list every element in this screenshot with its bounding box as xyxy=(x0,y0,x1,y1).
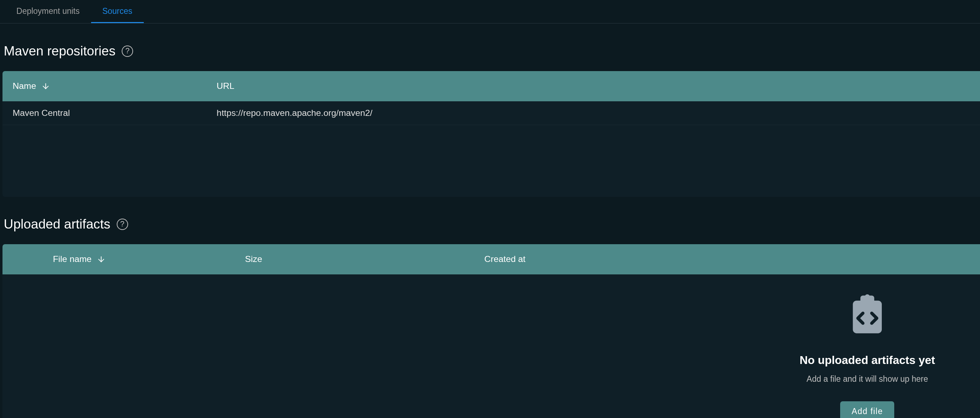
repositories-header: Maven repositories ? Add repository xyxy=(3,41,980,61)
empty-state: No uploaded artifacts yet Add a file and… xyxy=(3,274,980,418)
sort-down-icon xyxy=(97,255,106,264)
help-icon[interactable]: ? xyxy=(117,218,128,230)
repositories-title: Maven repositories xyxy=(4,43,116,59)
sort-down-icon xyxy=(41,82,50,91)
column-header-created-label: Created at xyxy=(484,254,526,264)
tab-deployment-units[interactable]: Deployment units xyxy=(5,0,91,23)
empty-state-description: Add a file and it will show up here xyxy=(807,374,928,384)
tabs-bar: Deployment units Sources xyxy=(0,0,980,24)
help-icon[interactable]: ? xyxy=(122,46,133,57)
artifacts-header: Uploaded artifacts ? Add file xyxy=(3,214,980,234)
column-header-file-name-label: File name xyxy=(53,254,92,264)
artifacts-table: File name Size Created at Dependents cou… xyxy=(3,244,980,418)
artifacts-title-wrap: Uploaded artifacts ? xyxy=(4,217,128,232)
repositories-section: Maven repositories ? Add repository Name… xyxy=(0,41,980,197)
svg-point-4 xyxy=(865,294,870,299)
column-header-name-label: Name xyxy=(13,81,36,91)
artifacts-table-header: File name Size Created at Dependents cou… xyxy=(3,244,980,274)
column-header-created-at[interactable]: Created at xyxy=(484,254,862,264)
repo-name-cell: Maven Central xyxy=(13,108,216,118)
repositories-table-header: Name URL xyxy=(3,71,980,101)
artifacts-title: Uploaded artifacts xyxy=(4,217,110,232)
repositories-table: Name URL Maven Central https://repo.mave… xyxy=(3,71,980,197)
empty-state-title: No uploaded artifacts yet xyxy=(800,354,935,367)
repo-url-cell: https://repo.maven.apache.org/maven2/ xyxy=(217,108,980,118)
table-row: Maven Central https://repo.maven.apache.… xyxy=(3,101,980,125)
column-header-name[interactable]: Name xyxy=(13,81,216,91)
artifacts-section: Uploaded artifacts ? Add file File name … xyxy=(0,214,980,418)
column-header-file-name[interactable]: File name xyxy=(15,254,245,264)
column-header-url[interactable]: URL xyxy=(217,81,980,91)
tab-sources[interactable]: Sources xyxy=(91,0,144,23)
repositories-title-wrap: Maven repositories ? xyxy=(4,43,133,59)
empty-add-file-button[interactable]: Add file xyxy=(840,401,894,418)
column-header-dependents-count[interactable]: Dependents count xyxy=(862,254,980,264)
column-header-url-label: URL xyxy=(217,81,234,91)
column-header-size[interactable]: Size xyxy=(245,254,485,264)
clipboard-code-icon xyxy=(849,294,886,334)
column-header-size-label: Size xyxy=(245,254,262,264)
